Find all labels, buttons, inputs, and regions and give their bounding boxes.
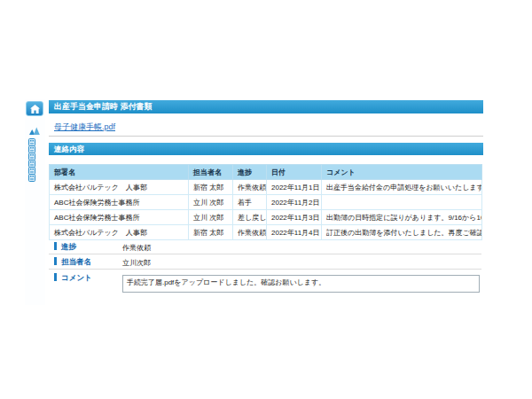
form-icon[interactable] xyxy=(28,169,35,185)
cell-person: 立川 次郎 xyxy=(189,210,233,225)
cell-comment: 出産手当金給付金の申請処理をお願いいたします。 xyxy=(322,180,482,195)
cell-department: 株式会社バルテック 人事部 xyxy=(50,180,189,195)
sidebar xyxy=(25,99,45,305)
cell-status: 着手 xyxy=(233,195,267,210)
cell-department: ABC社会保険労務士事務所 xyxy=(50,195,189,210)
cell-department: ABC社会保険労務士事務所 xyxy=(50,210,189,225)
col-header-date: 日付 xyxy=(267,165,322,180)
cell-date: 2022年11月3日 xyxy=(267,210,322,225)
field-label-status: 進捗 xyxy=(54,242,76,253)
label-accent-bar xyxy=(54,257,57,265)
field-label-text: 担当者名 xyxy=(61,257,91,266)
table-row: 株式会社バルテック 人事部 新宿 太郎 作業依頼 2022年11月1日 出産手当… xyxy=(50,180,482,195)
cell-comment: 出勤簿の日時指定に誤りがあります。9/16から10/31の期間分を提出願い xyxy=(322,210,482,225)
table-row: ABC社会保険労務士事務所 立川 次郎 着手 2022年11月2日 xyxy=(50,195,482,210)
comment-textarea[interactable]: 手続完了届.pdfをアップロードしました。確認お願いします。 xyxy=(122,275,480,293)
cell-person: 立川 次郎 xyxy=(189,195,233,210)
col-header-comment: コメント xyxy=(322,165,482,180)
cell-person: 新宿 太郎 xyxy=(189,225,233,240)
attachment-link[interactable]: 母子健康手帳.pdf xyxy=(54,121,115,133)
page-title: 出産手当金申請時 添付書類 xyxy=(49,100,483,113)
field-label-person: 担当者名 xyxy=(54,257,91,268)
col-header-status: 進捗 xyxy=(233,165,267,180)
home-icon xyxy=(30,105,40,113)
field-value-status: 作業依頼 xyxy=(122,243,151,253)
field-label-text: コメント xyxy=(61,273,92,282)
cell-status: 作業依頼 xyxy=(233,225,267,240)
cell-status: 作業依頼 xyxy=(233,180,267,195)
cell-person: 新宿 太郎 xyxy=(189,180,233,195)
cell-date: 2022年11月2日 xyxy=(267,195,322,210)
label-accent-bar xyxy=(54,242,57,250)
section-header: 連絡内容 xyxy=(49,143,483,155)
cell-status: 差し戻し xyxy=(233,210,267,225)
field-label-comment: コメント xyxy=(54,273,92,284)
field-label-text: 進捗 xyxy=(61,242,76,251)
divider xyxy=(49,136,483,137)
cell-comment xyxy=(322,195,482,210)
col-header-person: 担当者名 xyxy=(189,165,233,180)
col-header-department: 部署名 xyxy=(50,165,189,180)
cell-comment: 訂正後の出勤簿を添付いたしました。再度ご確認ください。 xyxy=(322,225,482,240)
home-button[interactable] xyxy=(26,101,43,116)
field-value-person: 立川次郎 xyxy=(122,258,151,268)
table-row: ABC社会保険労務士事務所 立川 次郎 差し戻し 2022年11月3日 出勤簿の… xyxy=(50,210,482,225)
cell-date: 2022年11月4日 xyxy=(267,225,322,240)
app-window: 出産手当金申請時 添付書類 母子健康手帳.pdf 連絡内容 部署名 担当者名 進… xyxy=(25,99,483,305)
cell-department: 株式会社バルテック 人事部 xyxy=(50,225,189,240)
table-header-row: 部署名 担当者名 進捗 日付 コメント xyxy=(50,165,482,180)
divider xyxy=(49,269,481,270)
divider xyxy=(49,254,481,254)
label-accent-bar xyxy=(54,273,57,281)
cell-date: 2022年11月1日 xyxy=(267,180,322,195)
history-table: 部署名 担当者名 進捗 日付 コメント 株式会社バルテック 人事部 新宿 太郎 … xyxy=(49,164,482,240)
table-row: 株式会社バルテック 人事部 新宿 太郎 作業依頼 2022年11月4日 訂正後の… xyxy=(50,225,482,240)
